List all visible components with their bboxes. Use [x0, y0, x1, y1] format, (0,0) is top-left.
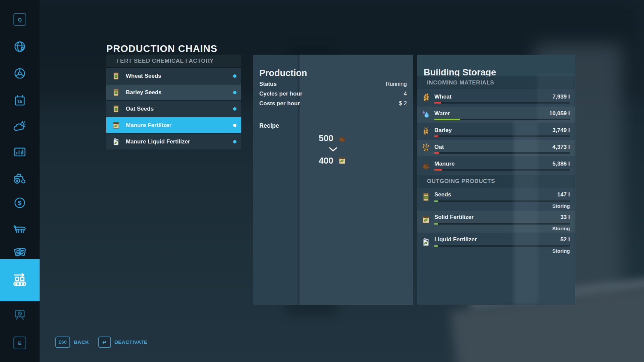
cycles-row: Cycles per hour 4	[259, 90, 407, 98]
sidebar-item-animals[interactable]	[0, 219, 40, 238]
material-amount: 7,939 l	[552, 94, 570, 100]
presentation-icon	[12, 308, 27, 323]
manure-icon	[420, 159, 432, 171]
recipe-output: 400	[253, 155, 413, 166]
liquid-fertilizer-icon	[420, 236, 432, 248]
solid-fertilizer-icon	[111, 120, 121, 130]
dollar-label: $	[18, 199, 22, 206]
q-key-label: Q	[18, 17, 22, 22]
fill-level	[434, 102, 441, 104]
cycles-value: 4	[404, 90, 407, 98]
status-badge: Storing	[552, 203, 570, 209]
chevron-down-icon	[328, 147, 338, 152]
chain-row-label: Wheat Seeds	[126, 73, 161, 79]
liquid-fertilizer-icon	[111, 137, 121, 147]
weather-icon	[12, 119, 27, 134]
sidebar-item-weather[interactable]	[0, 117, 40, 136]
solid-fertilizer-icon	[337, 155, 347, 166]
material-name: Barley	[434, 127, 452, 134]
storage-row-barley: Barley 3,749 l	[417, 123, 575, 139]
fill-level-bar	[434, 223, 570, 225]
sidebar-item-calendar[interactable]: 15	[0, 91, 40, 110]
manure-icon	[337, 133, 347, 143]
recipe-input-amount: 500	[319, 133, 333, 143]
costs-label: Costs per hour	[259, 100, 300, 108]
material-name: Oat	[434, 144, 444, 150]
calendar-icon: 15	[12, 93, 27, 108]
product-amount: 33 l	[560, 214, 570, 221]
storage-row-water: Water 10,059 l	[417, 107, 575, 123]
outgoing-products-header: OUTGOING PRODUCTS	[417, 175, 575, 188]
building-storage-panel: Building Storage INCOMING MATERIALS Whea…	[417, 55, 575, 305]
material-amount: 4,373 l	[552, 144, 570, 150]
fill-level	[434, 245, 438, 247]
page-title: PRODUCTION CHAINS	[106, 43, 217, 54]
status-badge: Storing	[552, 226, 570, 231]
storage-row-liquid-fertilizer: Liquid Fertilizer 52 l Storing	[417, 233, 575, 255]
costs-row: Costs per hour $ 2	[259, 100, 407, 108]
recipe-arrow	[253, 147, 413, 152]
sidebar-item-production-chains[interactable]	[0, 259, 40, 301]
active-dot	[233, 91, 236, 94]
fill-level	[434, 223, 438, 225]
enter-key-label: ↵	[102, 339, 107, 346]
sidebar: Q 15 $ E	[0, 0, 40, 362]
product-amount: 52 l	[560, 236, 570, 243]
barley-icon	[420, 126, 432, 137]
esc-key-button[interactable]: ESC	[55, 337, 70, 348]
sidebar-item-vehicles[interactable]	[0, 169, 40, 187]
enter-key-button[interactable]: ↵	[98, 337, 111, 348]
active-dot	[233, 140, 236, 143]
factory-name-header: FERT SEED CHEMICAL FACTORY	[106, 55, 241, 67]
tractor-icon	[12, 170, 28, 186]
seed-bag-icon	[420, 191, 432, 203]
solid-fertilizer-icon	[420, 214, 432, 225]
product-name: Seeds	[434, 191, 451, 198]
material-amount: 3,749 l	[552, 127, 570, 134]
product-amount: 147 l	[557, 191, 570, 198]
status-label: Status	[259, 81, 277, 88]
chain-row-barley-seeds[interactable]: Barley Seeds	[106, 84, 241, 100]
deactivate-button[interactable]: DEACTIVATE	[114, 337, 148, 348]
recipe-input: 500	[253, 133, 413, 143]
statistics-icon	[12, 145, 27, 160]
sidebar-item-map[interactable]	[0, 37, 40, 56]
cow-icon	[12, 221, 28, 236]
fill-level	[434, 119, 460, 120]
chain-row-manure-fertilizer[interactable]: Manure Fertilizer	[106, 117, 241, 133]
sidebar-item-presentation[interactable]	[0, 306, 40, 325]
fill-level	[434, 152, 439, 154]
chain-row-wheat-seeds[interactable]: Wheat Seeds	[106, 68, 241, 84]
chain-row-label: Oat Seeds	[126, 106, 154, 112]
active-dot	[233, 74, 236, 78]
fill-level-bar	[434, 152, 570, 154]
fill-level-bar	[434, 119, 570, 120]
sidebar-item-driving[interactable]	[0, 64, 40, 83]
back-button[interactable]: BACK	[74, 337, 89, 348]
sidebar-item-quests[interactable]: Q	[0, 10, 40, 29]
storage-row-seeds: Seeds 147 l Storing	[417, 188, 575, 210]
material-name: Water	[434, 110, 450, 117]
production-title: Production	[259, 68, 307, 78]
chain-row-label: Barley Seeds	[126, 89, 162, 96]
sidebar-item-statistics[interactable]	[0, 143, 40, 162]
fill-level	[434, 135, 438, 137]
storage-row-manure: Manure 5,386 l	[417, 157, 575, 173]
water-icon	[420, 109, 432, 120]
fill-level-bar	[434, 102, 570, 104]
chain-row-oat-seeds[interactable]: Oat Seeds	[106, 101, 241, 117]
chain-row-manure-liquid-fertilizer[interactable]: Manure Liquid Fertilizer	[106, 134, 241, 149]
incoming-materials-header: INCOMING MATERIALS	[417, 76, 575, 89]
production-chains-icon	[11, 271, 29, 289]
active-dot	[233, 124, 236, 127]
material-amount: 5,386 l	[552, 161, 570, 167]
seed-bag-icon	[111, 104, 121, 114]
cycles-label: Cycles per hour	[259, 90, 303, 98]
production-panel: Production Status Running Cycles per hou…	[253, 55, 413, 305]
material-name: Wheat	[434, 94, 451, 100]
fill-level-bar	[434, 135, 570, 137]
sidebar-item-finances[interactable]: $	[0, 193, 40, 212]
status-row: Status Running	[259, 81, 407, 88]
status-badge: Storing	[552, 248, 570, 254]
active-dot	[233, 107, 236, 111]
